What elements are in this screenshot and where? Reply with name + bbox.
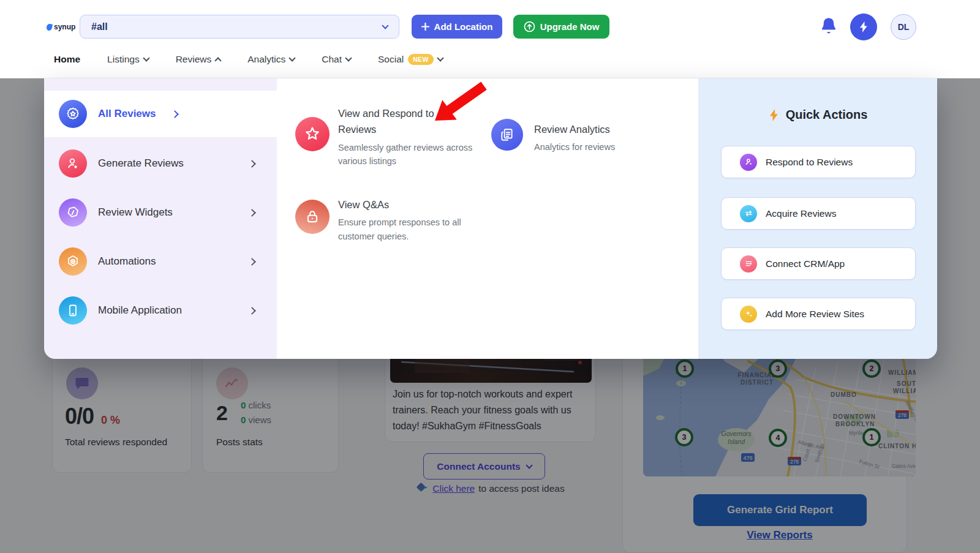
automation-gear-icon bbox=[59, 247, 87, 276]
quick-actions-panel: Quick Actions Respond to Reviews Acquire… bbox=[698, 78, 937, 359]
upgrade-arrow-icon bbox=[524, 21, 535, 32]
chevron-right-icon bbox=[248, 307, 256, 315]
quick-action-respond-to-reviews[interactable]: Respond to Reviews bbox=[721, 146, 916, 178]
plus-icon bbox=[421, 23, 429, 31]
location-selector[interactable]: #all bbox=[80, 15, 399, 39]
chevron-right-icon bbox=[171, 110, 179, 118]
crm-settings-icon bbox=[740, 255, 757, 273]
lock-icon bbox=[295, 200, 330, 234]
chevron-right-icon bbox=[248, 160, 256, 168]
nav-item-home[interactable]: Home bbox=[54, 54, 80, 65]
user-avatar[interactable]: DL bbox=[891, 14, 916, 40]
quick-action-acquire-reviews[interactable]: Acquire Reviews bbox=[721, 197, 916, 230]
chevron-down-icon bbox=[437, 55, 443, 61]
top-bar: synup #all Add Location Upgrade Now DL bbox=[0, 0, 980, 78]
chevron-up-icon bbox=[215, 57, 222, 64]
upgrade-now-button[interactable]: Upgrade Now bbox=[513, 15, 609, 39]
person-star-icon bbox=[59, 149, 87, 178]
notifications-bell-button[interactable] bbox=[820, 17, 838, 39]
sidebar-item-all-reviews[interactable]: All Reviews bbox=[44, 91, 277, 137]
exchange-arrows-icon bbox=[740, 205, 757, 222]
menu-item-description: Ensure prompt responses to all customer … bbox=[338, 216, 488, 243]
sidebar-item-generate-reviews[interactable]: Generate Reviews bbox=[44, 140, 277, 187]
nav-item-listings[interactable]: Listings bbox=[107, 54, 149, 65]
sidebar-item-mobile-application[interactable]: Mobile Application bbox=[44, 287, 277, 334]
nav-item-reviews[interactable]: Reviews bbox=[176, 54, 221, 65]
nav-item-chat[interactable]: Chat bbox=[322, 54, 351, 65]
mega-menu-sidebar: All Reviews Generate Reviews Revi bbox=[44, 78, 277, 359]
quick-action-add-review-sites[interactable]: Add More Review Sites bbox=[721, 298, 916, 330]
synup-logo-text: synup bbox=[54, 23, 75, 31]
nav-item-analytics[interactable]: Analytics bbox=[247, 54, 295, 65]
red-annotation-arrow bbox=[428, 80, 492, 124]
lightning-bolt-icon bbox=[859, 21, 869, 33]
quick-action-connect-crm[interactable]: Connect CRM/App bbox=[721, 247, 916, 280]
location-selector-value: #all bbox=[91, 21, 108, 32]
chevron-down-icon bbox=[143, 55, 149, 61]
lightning-bolt-icon bbox=[768, 108, 780, 122]
quick-actions-header: Quick Actions bbox=[698, 108, 937, 122]
widget-hexagon-icon bbox=[59, 198, 87, 227]
analytics-documents-icon bbox=[491, 119, 523, 151]
menu-item-description: Seamlessly gather reviews across various… bbox=[338, 141, 482, 168]
nav-item-social[interactable]: Social NEW bbox=[378, 54, 443, 65]
main-nav: Home Listings Reviews Analytics Chat Soc… bbox=[54, 54, 443, 65]
chevron-down-icon bbox=[382, 22, 388, 29]
mobile-phone-icon bbox=[59, 296, 87, 325]
menu-item-title: Review Analytics bbox=[534, 121, 681, 137]
sidebar-item-automations[interactable]: Automations bbox=[44, 238, 277, 285]
chevron-down-icon bbox=[345, 55, 352, 61]
chevron-right-icon bbox=[248, 258, 256, 266]
sidebar-item-review-widgets[interactable]: Review Widgets bbox=[44, 189, 277, 236]
menu-item-description: Analytics for reviews bbox=[534, 140, 681, 154]
review-star-icon bbox=[295, 117, 330, 151]
menu-item-title: View Q&As bbox=[338, 197, 510, 213]
chevron-right-icon bbox=[248, 209, 256, 217]
chevron-down-icon bbox=[289, 55, 296, 61]
star-badge-icon bbox=[59, 100, 87, 128]
synup-logo-icon bbox=[46, 23, 53, 31]
bell-icon bbox=[820, 17, 838, 36]
person-star-icon bbox=[740, 154, 757, 171]
synup-logo: synup bbox=[47, 23, 75, 31]
add-location-button[interactable]: Add Location bbox=[412, 15, 502, 39]
new-badge: NEW bbox=[408, 54, 433, 65]
sparkles-icon bbox=[740, 306, 757, 323]
quick-actions-bolt-button[interactable] bbox=[850, 13, 877, 40]
